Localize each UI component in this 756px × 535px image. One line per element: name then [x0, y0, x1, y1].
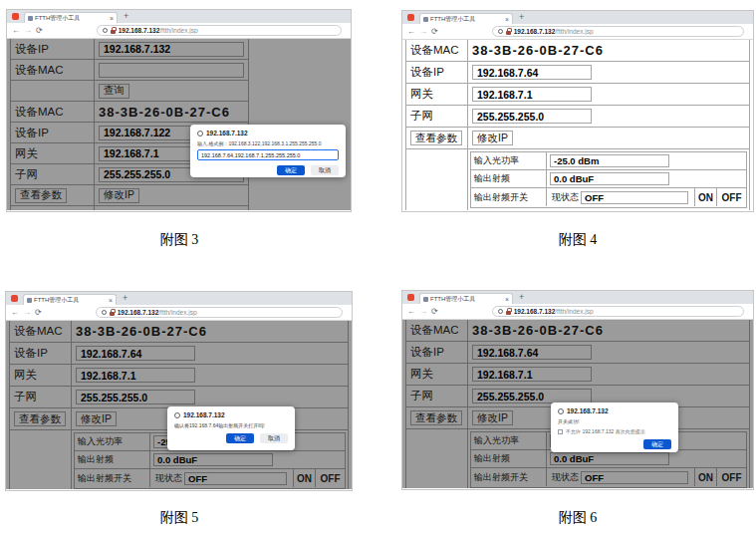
new-tab-button[interactable]: +: [519, 293, 524, 302]
subnet-input[interactable]: 255.255.255.0: [472, 389, 592, 403]
on-button[interactable]: ON: [694, 188, 716, 206]
device-ip-input[interactable]: 192.168.7.64: [76, 346, 195, 361]
checkbox-label: 不允许 192.168.7.132 再次向您提示: [566, 428, 645, 434]
button-cell: 查看参数: [406, 128, 468, 148]
query-button[interactable]: 查询: [99, 84, 129, 99]
off-button[interactable]: OFF: [716, 188, 746, 206]
device-mac-input[interactable]: [99, 63, 244, 78]
result-mac-label: 设备MAC: [11, 102, 95, 122]
dialog-input[interactable]: 192.168.7.64,192.168.7.1,255.255.255.0: [197, 149, 339, 160]
view-params-button[interactable]: 查看参数: [410, 410, 462, 425]
modify-ip-button[interactable]: 修改IP: [472, 131, 513, 145]
back-button[interactable]: ←: [407, 308, 415, 316]
value-cell: 0.0 dBuF: [547, 450, 746, 467]
view-params-button[interactable]: 查看参数: [410, 131, 462, 145]
close-tab-icon[interactable]: ×: [110, 15, 114, 22]
device-mac-label: 设备MAC: [10, 321, 72, 342]
modify-ip-button[interactable]: 修改IP: [76, 411, 117, 426]
address-bar[interactable]: 192.168.7.132/ftth/index.jsp: [97, 25, 342, 36]
value-cell: 192.168.7.64: [468, 62, 749, 83]
new-tab-button[interactable]: +: [519, 13, 524, 22]
forward-button[interactable]: →: [24, 27, 32, 35]
view-params-button[interactable]: 查看参数: [15, 188, 67, 203]
off-button[interactable]: OFF: [315, 469, 345, 487]
forward-button[interactable]: →: [419, 308, 427, 316]
new-tab-button[interactable]: +: [124, 12, 128, 21]
browser-tab[interactable]: FTTH管理小工具 ×: [419, 293, 513, 304]
dialog-header: 192.168.7.132: [197, 130, 339, 136]
reload-button[interactable]: ⟳: [431, 28, 438, 36]
figure-page: FTTH管理小工具 × + ← → ⟳ 192.168.7.132/ftth/i…: [0, 0, 756, 535]
gateway-input[interactable]: 192.168.7.1: [472, 87, 592, 102]
view-params-button[interactable]: 查看参数: [14, 411, 66, 426]
dont-ask-checkbox[interactable]: [558, 429, 563, 434]
confirm-button[interactable]: 确定: [277, 165, 305, 175]
device-mac-label: 设备MAC: [406, 40, 468, 61]
on-button[interactable]: ON: [694, 468, 716, 486]
on-button[interactable]: ON: [293, 469, 315, 487]
url-domain: 192.168.7.132: [514, 28, 556, 35]
forward-button[interactable]: →: [419, 28, 427, 36]
cancel-button[interactable]: 取消: [260, 433, 288, 443]
back-button[interactable]: ←: [11, 309, 19, 317]
value-cell: 192.168.7.1: [72, 365, 348, 386]
value-cell: 38-3B-26-0B-27-C6: [72, 321, 348, 342]
rf-switch-label: 输出射频开关: [471, 188, 547, 206]
subnet-input[interactable]: 255.255.255.0: [76, 390, 195, 404]
reload-button[interactable]: ⟳: [35, 309, 42, 317]
forward-button[interactable]: →: [23, 309, 31, 317]
value-cell: 192.168.7.1: [468, 364, 749, 385]
rf-output-input[interactable]: 0.0 dBuF: [550, 172, 669, 185]
device-table: 设备MAC 38-3B-26-0B-27-C6 设备IP 192.168.7.6…: [405, 40, 750, 210]
rf-switch-label: 输出射频开关: [471, 468, 547, 486]
table-row: 设备MAC 38-3B-26-0B-27-C6: [406, 320, 749, 342]
empty-label-cell: [11, 81, 95, 101]
browser-logo-icon: [11, 295, 18, 302]
current-status-field[interactable]: OFF: [184, 472, 287, 485]
current-status-field[interactable]: OFF: [581, 191, 688, 204]
cancel-button[interactable]: 取消: [311, 165, 339, 175]
gateway-label: 网关: [406, 364, 468, 385]
back-button[interactable]: ←: [12, 27, 20, 35]
gateway-input[interactable]: 192.168.7.1: [472, 367, 592, 382]
confirm-button[interactable]: 确定: [226, 433, 254, 443]
off-button[interactable]: OFF: [716, 468, 746, 486]
browser-tab[interactable]: FTTH管理小工具 ×: [23, 294, 117, 305]
new-tab-button[interactable]: +: [123, 294, 127, 303]
gateway-label: 网关: [406, 84, 468, 105]
table-row: 输出射频开关 现状态 OFF ON OFF: [471, 188, 746, 206]
close-tab-icon[interactable]: ×: [505, 16, 509, 23]
close-tab-icon[interactable]: ×: [109, 297, 113, 304]
params-table-wrap: 输入光功率 -25.0 dBm 输出射频 0.0 dBuF 输出射频开关 现状态: [468, 149, 749, 210]
rf-output-input[interactable]: 0.0 dBuF: [153, 453, 273, 466]
browser-tab[interactable]: FTTH管理小工具 ×: [24, 12, 118, 23]
current-status-field[interactable]: OFF: [581, 471, 688, 484]
gateway-input[interactable]: 192.168.7.1: [76, 368, 195, 383]
modify-ip-button[interactable]: 修改IP: [99, 188, 139, 203]
browser-window-fig3: FTTH管理小工具 × + ← → ⟳ 192.168.7.132/ftth/i…: [6, 9, 352, 212]
close-tab-icon[interactable]: ×: [505, 296, 509, 303]
subnet-input[interactable]: 255.255.255.0: [472, 109, 592, 124]
dialog-message: 确认将192.168.7.64输出射频开关打开吗!: [174, 422, 288, 428]
optical-power-input[interactable]: -25.0 dBm: [550, 154, 669, 167]
address-bar[interactable]: 192.168.7.132/ftth/index.jsp: [492, 306, 744, 317]
lock-icon: [110, 312, 115, 316]
reload-button[interactable]: ⟳: [431, 308, 438, 316]
browser-toolbar: ← → ⟳ 192.168.7.132/ftth/index.jsp: [6, 305, 352, 321]
browser-toolbar: ← → ⟳ 192.168.7.132/ftth/index.jsp: [402, 24, 753, 40]
url-domain: 192.168.7.132: [118, 309, 159, 316]
confirm-button[interactable]: 确定: [643, 439, 671, 449]
device-ip-input[interactable]: 192.168.7.132: [99, 42, 244, 57]
device-ip-input[interactable]: 192.168.7.64: [472, 345, 592, 360]
modify-ip-button[interactable]: 修改IP: [472, 410, 513, 425]
back-button[interactable]: ←: [407, 28, 415, 36]
address-bar[interactable]: 192.168.7.132/ftth/index.jsp: [96, 307, 343, 318]
globe-icon: [174, 412, 180, 418]
dialog-buttons: 确定 取消: [174, 433, 288, 443]
browser-toolbar: ← → ⟳ 192.168.7.132/ftth/index.jsp: [7, 23, 351, 39]
rf-output-input[interactable]: 0.0 dBuF: [550, 452, 669, 465]
reload-button[interactable]: ⟳: [36, 27, 43, 35]
device-ip-input[interactable]: 192.168.7.64: [472, 65, 592, 80]
address-bar[interactable]: 192.168.7.132/ftth/index.jsp: [492, 26, 744, 37]
browser-tab[interactable]: FTTH管理小工具 ×: [419, 13, 513, 24]
